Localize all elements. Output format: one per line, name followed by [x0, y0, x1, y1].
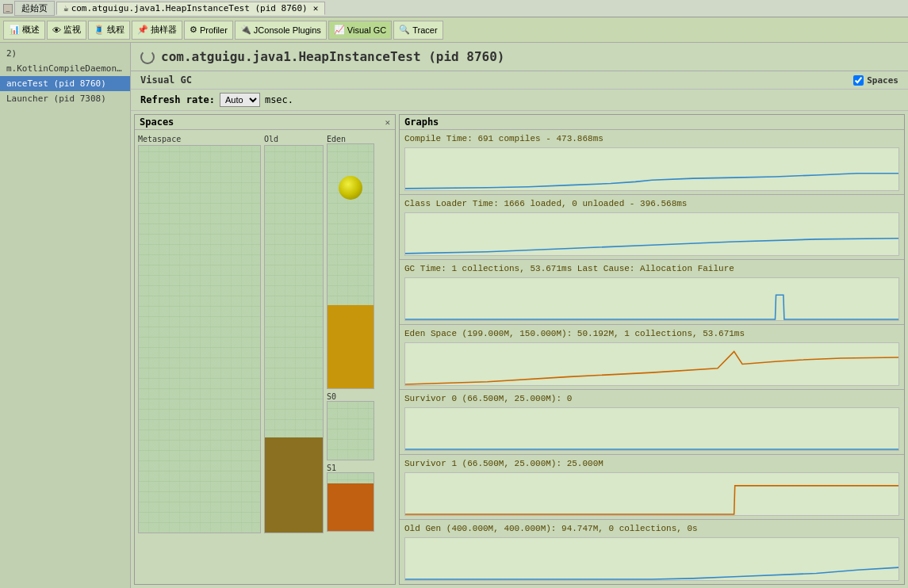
- spaces-panel-label: Spaces: [140, 116, 174, 128]
- graph-item-survivor0: Survivor 0 (66.500M, 25.000M): 0: [400, 390, 904, 455]
- main-toolbar: 📊 概述 👁 监视 🧵 线程 📌 抽样器 ⚙ Profiler 🔌 JConso…: [0, 17, 908, 43]
- jconsole-icon: 🔌: [240, 25, 251, 35]
- graph-label-old-gen: Old Gen (400.000M, 400.000M): 94.747M, 0…: [400, 521, 904, 536]
- s1-box: [327, 472, 374, 532]
- visual-gc-title: Visual GC: [140, 74, 192, 86]
- old-box: [264, 145, 324, 533]
- graph-label-eden-space: Eden Space (199.000M, 150.000M): 50.192M…: [400, 326, 904, 341]
- graph-item-eden-space: Eden Space (199.000M, 150.000M): 50.192M…: [400, 325, 904, 390]
- cursor-indicator: [339, 176, 362, 200]
- spaces-panel-title: Spaces ✕: [135, 115, 395, 130]
- graph-label-compile: Compile Time: 691 compiles - 473.868ms: [400, 132, 904, 146]
- s1-label: S1: [327, 464, 374, 472]
- graph-item-survivor1: Survivor 1 (66.500M, 25.000M): 25.000M: [400, 455, 904, 520]
- graphs-panel: Graphs Compile Time: 691 compiles - 473.…: [399, 114, 905, 585]
- overview-icon: 📊: [9, 25, 20, 35]
- refresh-rate-select[interactable]: Auto 100 500 1000: [220, 93, 260, 107]
- refresh-rate-label: Refresh rate:: [140, 94, 215, 105]
- old-column: Old: [264, 135, 324, 533]
- spaces-panel: Spaces ✕ Metaspace Old: [134, 114, 396, 585]
- tab-icon: ☕: [63, 3, 69, 13]
- graph-chart-old-gen: [404, 537, 899, 581]
- sidebar: 2) m.KotlinCompileDaemon (p anceTest (pi…: [0, 43, 131, 588]
- sidebar-item-1[interactable]: 2): [0, 46, 130, 61]
- graphs-panel-title: Graphs: [400, 115, 904, 130]
- visual-gc-header: Visual GC Spaces: [131, 71, 908, 90]
- tracer-icon: 🔍: [399, 25, 410, 35]
- tab-process[interactable]: ☕ com.atguigu.java1.HeapInstanceTest (pi…: [56, 2, 325, 15]
- spaces-panel-close[interactable]: ✕: [385, 117, 390, 128]
- graph-item-old-gen: Old Gen (400.000M, 400.000M): 94.747M, 0…: [400, 520, 904, 585]
- refresh-rate-bar: Refresh rate: Auto 100 500 1000 msec.: [131, 90, 908, 111]
- graph-item-gc: GC Time: 1 collections, 53.671ms Last Ca…: [400, 260, 904, 325]
- refresh-rate-unit: msec.: [265, 94, 293, 105]
- sampler-icon: 📌: [137, 25, 148, 35]
- toolbar-monitor-btn[interactable]: 👁 监视: [47, 21, 86, 40]
- toolbar-jconsole-btn[interactable]: 🔌 JConsole Plugins: [235, 21, 327, 40]
- s0-label: S0: [327, 392, 374, 401]
- toolbar-visualgc-btn[interactable]: 📈 Visual GC: [328, 21, 392, 40]
- graph-chart-survivor0: [404, 407, 899, 451]
- toolbar-sampler-btn[interactable]: 📌 抽样器: [132, 21, 182, 40]
- graph-chart-eden-space: [404, 342, 899, 386]
- s0-box: [327, 401, 374, 460]
- graph-label-gc: GC Time: 1 collections, 53.671ms Last Ca…: [400, 262, 904, 276]
- metaspace-column: Metaspace: [138, 135, 261, 533]
- tab-home[interactable]: 起始页: [14, 1, 55, 16]
- tab-close-icon[interactable]: ✕: [313, 3, 319, 13]
- graph-label-survivor1: Survivor 1 (66.500M, 25.000M): 25.000M: [400, 456, 904, 471]
- graph-label-classloader: Class Loader Time: 1666 loaded, 0 unload…: [400, 197, 904, 211]
- graph-chart-survivor1: [404, 472, 899, 516]
- old-label: Old: [264, 135, 324, 143]
- sidebar-item-launcher[interactable]: Launcher (pid 7308): [0, 91, 130, 106]
- spaces-label: Spaces: [867, 75, 898, 86]
- eden-label: Eden: [327, 135, 374, 143]
- tab-home-label: 起始页: [21, 2, 48, 14]
- process-title-text: com.atguigu.java1.HeapInstanceTest (pid …: [161, 49, 504, 64]
- toolbar-overview-btn[interactable]: 📊 概述: [3, 21, 45, 40]
- sidebar-item-kotlin[interactable]: m.KotlinCompileDaemon (p: [0, 61, 130, 76]
- profiler-icon: ⚙: [190, 25, 197, 35]
- graph-item-compile: Compile Time: 691 compiles - 473.868ms: [400, 130, 904, 195]
- eden-fill: [328, 305, 374, 388]
- content-area: com.atguigu.java1.HeapInstanceTest (pid …: [131, 43, 908, 588]
- tab-process-label: com.atguigu.java1.HeapInstanceTest (pid …: [71, 3, 308, 13]
- window-chrome: _ 起始页 ☕ com.atguigu.java1.HeapInstanceTe…: [0, 0, 908, 17]
- graph-chart-compile: [404, 147, 899, 191]
- sidebar-item-heap[interactable]: anceTest (pid 8760): [0, 76, 130, 91]
- graph-label-survivor0: Survivor 0 (66.500M, 25.000M): 0: [400, 391, 904, 406]
- eden-box: [327, 143, 374, 389]
- refresh-icon: [140, 50, 155, 64]
- eden-s-column: Eden S0 S1: [327, 135, 374, 532]
- toolbar-profiler-btn[interactable]: ⚙ Profiler: [184, 21, 233, 40]
- panels-row: Spaces ✕ Metaspace Old: [131, 111, 908, 588]
- metaspace-box: [138, 145, 261, 533]
- visualgc-icon: 📈: [334, 25, 345, 35]
- metaspace-label: Metaspace: [138, 135, 261, 143]
- spaces-checkbox[interactable]: [853, 75, 864, 86]
- main-area: 2) m.KotlinCompileDaemon (p anceTest (pi…: [0, 43, 908, 588]
- monitor-icon: 👁: [52, 25, 61, 35]
- process-title-bar: com.atguigu.java1.HeapInstanceTest (pid …: [131, 43, 908, 71]
- threads-icon: 🧵: [94, 25, 105, 35]
- toolbar-tracer-btn[interactable]: 🔍 Tracer: [393, 21, 443, 40]
- spaces-checkbox-container[interactable]: Spaces: [853, 75, 898, 86]
- toolbar-threads-btn[interactable]: 🧵 线程: [88, 21, 130, 40]
- graph-chart-classloader: [404, 212, 899, 256]
- graph-chart-gc: [404, 277, 899, 321]
- s1-fill: [328, 483, 374, 531]
- graph-item-classloader: Class Loader Time: 1666 loaded, 0 unload…: [400, 195, 904, 260]
- minimize-btn[interactable]: _: [3, 4, 13, 13]
- old-fill: [265, 437, 323, 533]
